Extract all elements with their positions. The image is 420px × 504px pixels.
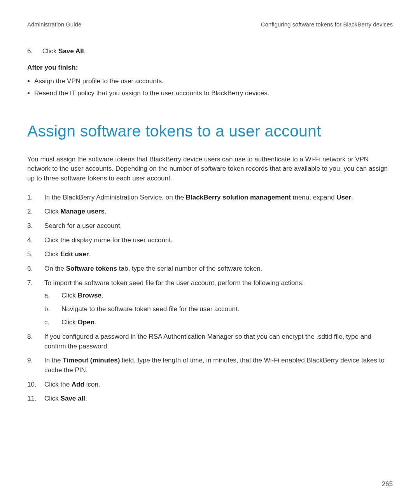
substep-a: a. Click Browse. [44, 291, 393, 301]
step-10: Click the Add icon. [27, 380, 393, 390]
step-number: 6. [27, 47, 40, 56]
page-number: 265 [382, 480, 393, 489]
step-4: Click the display name for the user acco… [27, 236, 393, 245]
substeps-list: a. Click Browse. b. Navigate to the soft… [44, 291, 393, 327]
step-5: Click Edit user. [27, 250, 393, 259]
after-you-finish-label: After you finish: [27, 63, 393, 73]
header-left: Administration Guide [27, 20, 81, 29]
substep-b: b. Navigate to the software token seed f… [44, 304, 393, 314]
after-finish-list: Assign the VPN profile to the user accou… [27, 77, 393, 98]
step-7: To import the software token seed file f… [27, 278, 393, 328]
intro-paragraph: You must assign the software tokens that… [27, 155, 393, 184]
step-11: Click Save all. [27, 394, 393, 404]
step-2: Click Manage users. [27, 207, 393, 217]
page-title: Assign software tokens to a user account [27, 120, 393, 143]
page-header: Administration Guide Configuring softwar… [27, 20, 393, 29]
continued-step-6: 6. Click Save All. [27, 47, 393, 56]
substep-c: c. Click Open. [44, 318, 393, 327]
step-3: Search for a user account. [27, 221, 393, 231]
steps-list: In the BlackBerry Administration Service… [27, 193, 393, 404]
list-item: Resend the IT policy that you assign to … [34, 89, 393, 98]
list-item: Assign the VPN profile to the user accou… [34, 77, 393, 86]
step-9: In the Timeout (minutes) field, type the… [27, 356, 393, 375]
step-text: Click Save All. [42, 47, 385, 56]
step-1: In the BlackBerry Administration Service… [27, 193, 393, 203]
header-right: Configuring software tokens for BlackBer… [261, 20, 393, 29]
step-6: On the Software tokens tab, type the ser… [27, 264, 393, 274]
step-8: If you configured a password in the RSA … [27, 332, 393, 351]
